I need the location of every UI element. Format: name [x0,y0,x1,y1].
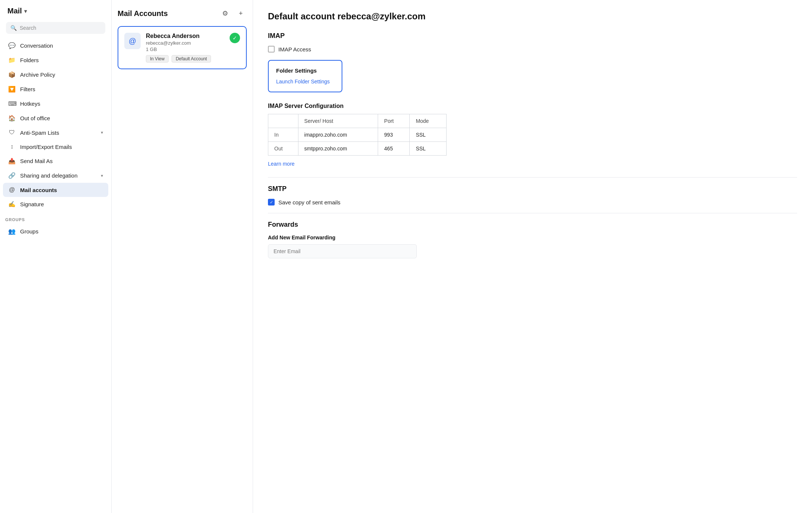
sidebar-item-label-signature: Signature [20,201,103,207]
sidebar-item-label-anti-spam: Anti-Spam Lists [20,130,96,136]
out-of-office-icon: 🏠 [8,115,16,122]
imap-section-title: IMAP [268,32,797,40]
middle-panel: Mail Accounts ⚙ + @ Rebecca Anderson reb… [112,0,253,513]
table-cell-mode: SSL [410,142,447,156]
folders-icon: 📁 [8,57,16,64]
smtp-section-title: SMTP [268,185,797,193]
sidebar-item-label-mail-accounts: Mail accounts [20,187,103,193]
smtp-section: SMTP ✓ Save copy of sent emails [268,185,797,205]
sidebar-item-anti-spam[interactable]: 🛡Anti-Spam Lists▾ [3,125,108,140]
table-cell-direction: Out [268,142,298,156]
app-title-text: Mail [7,7,22,15]
table-cell-mode: SSL [410,128,447,142]
sidebar-item-label-conversation: Conversation [20,42,103,49]
sidebar-item-label-groups: Groups [20,228,103,235]
smtp-save-copy-row: ✓ Save copy of sent emails [268,199,797,205]
forwards-section-title: Forwards [268,221,797,229]
sidebar-item-label-folders: Folders [20,57,103,63]
sharing-delegation-icon: 🔗 [8,172,16,179]
table-header-port: Port [378,114,410,128]
imap-section: IMAP IMAP Access Folder Settings Launch … [268,32,797,167]
table-cell-host: imappro.zoho.com [298,128,378,142]
account-avatar: @ [124,33,141,49]
divider-1 [268,177,797,178]
learn-more-link[interactable]: Learn more [268,161,797,167]
chevron-down-icon: ▾ [101,173,103,178]
panel-actions: ⚙ + [219,7,247,19]
search-icon: 🔍 [10,25,17,31]
imap-access-row: IMAP Access [268,46,797,52]
sidebar-item-mail-accounts[interactable]: @Mail accounts [3,183,108,197]
add-forwarding-title: Add New Email Forwarding [268,235,797,240]
anti-spam-icon: 🛡 [8,129,16,136]
gear-icon: ⚙ [222,9,228,17]
folder-settings-card: Folder Settings Launch Folder Settings [268,60,342,92]
account-name: Rebecca Anderson [146,33,224,39]
account-card[interactable]: @ Rebecca Anderson rebecca@zylker.com 1 … [118,26,247,69]
mail-accounts-icon: @ [8,187,16,193]
divider-2 [268,213,797,213]
table-cell-port: 465 [378,142,410,156]
imap-server-table: Server/ Host Port Mode Inimappro.zoho.co… [268,114,447,156]
table-row: Outsmtppro.zoho.com465SSL [268,142,447,156]
sidebar-item-conversation[interactable]: 💬Conversation [3,38,108,53]
signature-icon: ✍ [8,201,16,208]
sidebar-item-label-filters: Filters [20,86,103,92]
sidebar-item-sharing-delegation[interactable]: 🔗Sharing and delegation▾ [3,168,108,183]
sidebar-item-groups[interactable]: 👥Groups [3,224,108,239]
sidebar-nav: 💬Conversation📁Folders📦Archive Policy🔽Fil… [0,38,111,211]
sidebar-item-label-import-export: Import/Export Emails [20,144,103,150]
sidebar-item-label-sharing-delegation: Sharing and delegation [20,172,96,179]
import-export-icon: ↕ [8,143,16,150]
main-title: Default account rebecca@zylker.com [268,11,797,22]
account-email: rebecca@zylker.com [146,40,224,46]
panel-header: Mail Accounts ⚙ + [118,7,247,19]
search-placeholder: Search [20,25,36,31]
chevron-down-icon: ▾ [101,130,103,135]
forwarding-email-input[interactable] [268,244,417,258]
panel-title: Mail Accounts [118,9,168,18]
add-account-button[interactable]: + [235,7,247,19]
sidebar: Mail ▾ 🔍 Search 💬Conversation📁Folders📦Ar… [0,0,112,513]
imap-server-config-title: IMAP Server Configuration [268,103,797,109]
table-header-direction [268,114,298,128]
account-badges: In View Default Account [146,55,224,63]
table-cell-host: smtppro.zoho.com [298,142,378,156]
table-cell-direction: In [268,128,298,142]
badge-in-view: In View [146,55,169,63]
sidebar-item-filters[interactable]: 🔽Filters [3,82,108,96]
imap-access-checkbox[interactable] [268,46,275,52]
filters-icon: 🔽 [8,86,16,93]
sidebar-item-send-mail-as[interactable]: 📤Send Mail As [3,154,108,168]
table-cell-port: 993 [378,128,410,142]
send-mail-as-icon: 📤 [8,157,16,165]
sidebar-item-label-send-mail-as: Send Mail As [20,158,103,164]
sidebar-item-out-of-office[interactable]: 🏠Out of office [3,111,108,125]
archive-policy-icon: 📦 [8,71,16,78]
settings-button[interactable]: ⚙ [219,7,231,19]
smtp-save-copy-label: Save copy of sent emails [278,199,341,205]
sidebar-item-hotkeys[interactable]: ⌨Hotkeys [3,96,108,111]
imap-access-label: IMAP Access [278,46,311,52]
conversation-icon: 💬 [8,42,16,49]
forwards-section: Forwards Add New Email Forwarding [268,221,797,258]
sidebar-item-import-export[interactable]: ↕Import/Export Emails [3,140,108,154]
table-row: Inimappro.zoho.com993SSL [268,128,447,142]
groups-nav: 👥Groups [0,224,111,239]
plus-icon: + [239,10,243,17]
smtp-save-copy-checkbox[interactable]: ✓ [268,199,275,205]
launch-folder-settings-link[interactable]: Launch Folder Settings [276,79,330,85]
groups-icon: 👥 [8,228,16,235]
sidebar-item-folders[interactable]: 📁Folders [3,53,108,67]
main-content: Default account rebecca@zylker.com IMAP … [253,0,812,513]
account-checkmark: ✓ [230,33,240,43]
table-header-host: Server/ Host [298,114,378,128]
app-title[interactable]: Mail ▾ [0,0,111,19]
table-header-mode: Mode [410,114,447,128]
search-bar[interactable]: 🔍 Search [6,22,105,34]
sidebar-item-signature[interactable]: ✍Signature [3,197,108,211]
sidebar-item-archive-policy[interactable]: 📦Archive Policy [3,67,108,82]
app-title-chevron: ▾ [24,8,27,14]
account-info: Rebecca Anderson rebecca@zylker.com 1 GB… [146,33,224,63]
account-size: 1 GB [146,47,224,52]
